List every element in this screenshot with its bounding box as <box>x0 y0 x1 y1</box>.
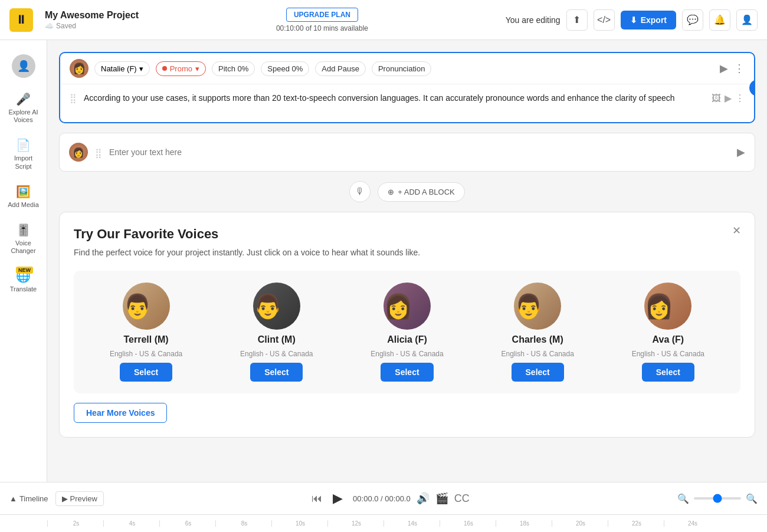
mic-icon: 🎙 <box>355 186 365 197</box>
promo-indicator <box>162 66 167 71</box>
user-menu-button[interactable]: 👤 <box>736 9 758 31</box>
translate-icon-wrap: 🌐 NEW <box>16 269 31 283</box>
voice-avatar-natalie: 👩 <box>70 59 88 78</box>
chat-button[interactable]: 💬 <box>682 9 703 31</box>
text-editor[interactable]: According to your use cases, it supports… <box>84 91 704 115</box>
drag-handle[interactable]: ⣿ <box>70 91 77 104</box>
preview-icon: ▶ <box>62 494 68 503</box>
content-area: 👩 Natalie (F) ▾ Promo ▾ Pitch 0% S <box>47 40 767 482</box>
chevron-down-icon: ▾ <box>139 64 143 73</box>
skip-back-icon: ⏮ <box>312 492 322 504</box>
select-button-terrell[interactable]: Select <box>120 363 172 382</box>
sidebar-item-import[interactable]: 📄 Import Script <box>3 133 44 175</box>
select-button-alicia[interactable]: Select <box>381 363 433 382</box>
pronunciation-button[interactable]: Pronunciation <box>372 61 432 76</box>
bell-icon: 🔔 <box>714 14 726 25</box>
voice-lang-clint: English - US & Canada <box>240 350 313 358</box>
empty-block-avatar: 👩 <box>69 143 88 162</box>
empty-block: 👩 ⣿ ▶ <box>59 133 755 172</box>
play-button-header[interactable]: ▶ <box>720 62 728 75</box>
plus-icon: ⊕ <box>388 188 394 196</box>
add-pause-button[interactable]: Add Pause <box>315 61 366 76</box>
more-options-header[interactable]: ⋮ <box>734 62 745 75</box>
close-icon: ✕ <box>732 224 741 237</box>
video-icon: 🎬 <box>435 492 448 504</box>
voice-name-clint: Clint (M) <box>258 334 296 345</box>
image-action-icon[interactable]: 🖼 <box>712 93 721 104</box>
block-actions: 🖼 ▶ ⋮ <box>712 91 745 104</box>
voice-lang-ava: English - US & Canada <box>632 350 704 358</box>
share-icon: ⬆ <box>573 14 581 25</box>
volume-button[interactable]: 🔊 <box>417 492 430 505</box>
chat-icon: 💬 <box>687 14 699 25</box>
voice-changer-icon: 🎚️ <box>16 223 31 237</box>
select-button-clint[interactable]: Select <box>250 363 303 382</box>
sidebar-item-translate[interactable]: 🌐 NEW Translate <box>3 264 44 298</box>
video-button[interactable]: 🎬 <box>435 492 448 505</box>
import-icon: 📄 <box>16 138 31 152</box>
voice-card-clint: 👨 Clint (M) English - US & Canada Select <box>230 283 324 382</box>
ruler-mark-11: 24s <box>664 520 720 527</box>
sidebar-item-media[interactable]: 🖼️ Add Media <box>3 180 44 214</box>
voice-block-active: 👩 Natalie (F) ▾ Promo ▾ Pitch 0% S <box>59 52 755 123</box>
select-button-ava[interactable]: Select <box>642 363 694 382</box>
fav-voices-description: Find the perfect voice for your project … <box>74 247 740 259</box>
pitch-button[interactable]: Pitch 0% <box>212 61 255 76</box>
sidebar-item-explore[interactable]: 👤 <box>3 50 44 83</box>
voice-avatar-alicia: 👩 <box>384 283 431 330</box>
search-icon[interactable]: 🔍 <box>677 493 689 504</box>
microphone-icon: 🎤 <box>16 92 31 106</box>
voice-card-alicia: 👩 Alicia (F) English - US & Canada Selec… <box>360 283 454 382</box>
add-block-area: 🎙 ⊕ + ADD A BLOCK <box>59 181 755 202</box>
play-action-icon[interactable]: ▶ <box>725 93 732 104</box>
volume-icon: 🔊 <box>417 492 430 504</box>
empty-play-button[interactable]: ▶ <box>737 146 745 159</box>
code-button[interactable]: </> <box>594 9 615 31</box>
select-button-charles[interactable]: Select <box>512 363 564 382</box>
ruler-mark-8: 18s <box>496 520 552 527</box>
code-icon: </> <box>597 15 611 25</box>
preview-button[interactable]: ▶ Preview <box>55 491 104 506</box>
voice-card-charles: 👨 Charles (M) English - US & Canada Sele… <box>490 283 585 382</box>
sidebar-item-voice-changer[interactable]: 🎚️ Voice Changer <box>3 218 44 260</box>
ruler-marks: 2s 4s 6s 8s 10s 12s 14s 16s 18s 20s 22s … <box>47 520 720 527</box>
new-badge: NEW <box>16 267 33 274</box>
timeline-bar: ▲ Timeline ▶ Preview ⏮ ▶ 00:00.0 / 00:00… <box>0 482 767 514</box>
close-panel-button[interactable]: ✕ <box>727 222 745 239</box>
voices-grid: 👨 Terrell (M) English - US & Canada Sele… <box>74 271 740 393</box>
mic-button[interactable]: 🎙 <box>349 181 371 202</box>
skip-back-button[interactable]: ⏮ <box>312 492 322 505</box>
user-avatar: 👤 <box>12 54 35 78</box>
hear-more-button[interactable]: Hear More Voices <box>74 403 167 423</box>
ruler-mark-3: 8s <box>215 520 271 527</box>
export-button[interactable]: ⬇ Export <box>621 11 676 29</box>
timeline-toggle[interactable]: ▲ Timeline <box>9 494 48 503</box>
voice-name-dropdown[interactable]: Natalie (F) ▾ <box>94 61 150 76</box>
play-pause-button[interactable]: ▶ <box>328 489 347 508</box>
promo-dropdown[interactable]: Promo ▾ <box>156 61 206 76</box>
notifications-button[interactable]: 🔔 <box>709 9 730 31</box>
saved-badge: ☁️ Saved <box>45 22 139 30</box>
empty-text-input[interactable] <box>109 147 730 157</box>
voice-lang-charles: English - US & Canada <box>501 350 573 358</box>
chevron-down-icon-promo: ▾ <box>195 64 199 73</box>
zoom-out-icon[interactable]: 🔍 <box>746 493 758 504</box>
captions-button[interactable]: CC <box>454 492 470 505</box>
ruler-mark-9: 20s <box>552 520 608 527</box>
voice-avatar-clint: 👨 <box>253 283 300 330</box>
more-action-icon[interactable]: ⋮ <box>735 93 745 104</box>
zoom-slider[interactable] <box>694 497 741 500</box>
download-icon: ⬇ <box>630 15 637 25</box>
speed-button[interactable]: Speed 0% <box>261 61 309 76</box>
timeline-right-controls: 🔍 🔍 <box>677 493 758 504</box>
upgrade-button[interactable]: UPGRADE PLAN <box>286 8 358 22</box>
sidebar-item-explore-ai[interactable]: 🎤 Explore AI Voices <box>3 87 44 129</box>
sidebar: 👤 🎤 Explore AI Voices 📄 Import Script 🖼️… <box>0 40 47 482</box>
empty-drag-handle[interactable]: ⣿ <box>95 146 102 159</box>
ruler-mark-6: 14s <box>384 520 440 527</box>
chevron-up-icon: ▲ <box>9 494 17 503</box>
share-button[interactable]: ⬆ <box>566 9 588 31</box>
voice-name-ava: Ava (F) <box>653 334 684 345</box>
play-icon: ▶ <box>333 491 343 506</box>
add-block-button[interactable]: ⊕ + ADD A BLOCK <box>378 182 464 202</box>
